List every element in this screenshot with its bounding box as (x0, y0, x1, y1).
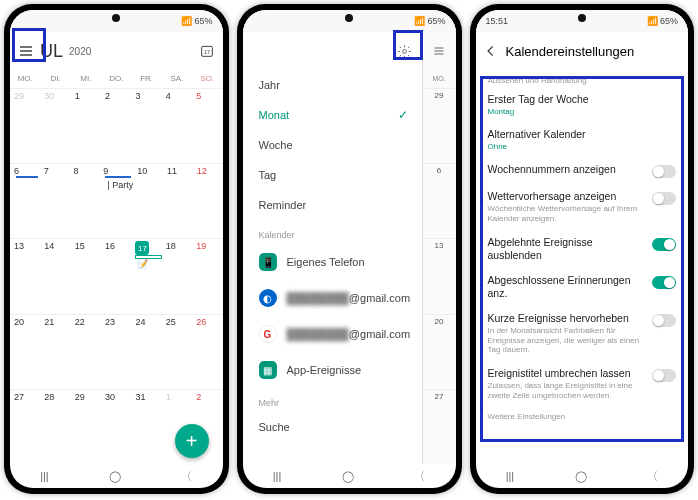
calendar-cell[interactable]: 29 (71, 390, 101, 464)
phone-2: 📶65% Jahr Monat✓ Woche Tag Reminder Kale… (237, 4, 462, 494)
side-drawer: Jahr Monat✓ Woche Tag Reminder Kalender … (243, 32, 423, 464)
today-icon[interactable]: 17 (199, 43, 215, 59)
account-gmail-1[interactable]: ◐ ████████@gmail.com (243, 280, 422, 316)
calendar-cell[interactable]: 6 (10, 164, 40, 238)
nav-home-icon[interactable]: ◯ (342, 470, 354, 483)
calendar-cell[interactable]: 14 (40, 239, 70, 313)
calendar-cell[interactable]: 20 (10, 315, 40, 389)
peek-cell[interactable]: 29 (423, 88, 456, 163)
calendar-cell[interactable]: 3 (131, 89, 161, 163)
status-battery: 65% (194, 16, 212, 26)
peek-hamburger-icon[interactable] (423, 32, 456, 70)
calendar-cell[interactable]: 17📝 (131, 239, 161, 313)
year-label[interactable]: 2020 (69, 46, 91, 57)
drawer-search[interactable]: Suche (243, 412, 422, 442)
phone-icon: 📱 (259, 253, 277, 271)
calendar-cell[interactable]: 1 (71, 89, 101, 163)
calendar-cell[interactable]: 12 (193, 164, 223, 238)
highlight-settings-list (480, 76, 685, 442)
calendar-screen: 📶65% UL 2020 17 MO.DI.MI.DO.FR.SA.SO. 29… (10, 10, 223, 488)
nav-home-icon[interactable]: ◯ (575, 470, 587, 483)
calendar-cell[interactable]: 30 (40, 89, 70, 163)
check-icon: ✓ (398, 108, 408, 122)
calendar-cell[interactable]: 13 (10, 239, 40, 313)
view-reminder[interactable]: Reminder (243, 190, 422, 220)
drawer-screen: 📶65% Jahr Monat✓ Woche Tag Reminder Kale… (243, 10, 456, 488)
day-header: MI. (71, 70, 101, 88)
drawer-section-more: Mehr (243, 388, 422, 412)
calendar-cell[interactable]: 25 (162, 315, 192, 389)
nav-back-icon[interactable]: 〈 (647, 469, 658, 484)
calendar-cell[interactable]: 29 (10, 89, 40, 163)
account-own-phone[interactable]: 📱 Eigenes Telefon (243, 244, 422, 280)
calendar-cell[interactable]: 31 (131, 390, 161, 464)
calendar-cell[interactable]: 4 (162, 89, 192, 163)
calendar-peek-strip: MO. 296132027 (423, 32, 456, 464)
peek-cell[interactable]: 27 (423, 389, 456, 464)
calendar-cell[interactable]: 2 (101, 89, 131, 163)
highlight-hamburger (12, 28, 46, 62)
back-icon[interactable] (484, 44, 498, 58)
app-events-icon: ▦ (259, 361, 277, 379)
view-week[interactable]: Woche (243, 130, 422, 160)
settings-screen: 15:51 📶65% Kalendereinstellungen Aussehe… (476, 10, 689, 488)
calendar-cell[interactable]: 27 (10, 390, 40, 464)
phone-3: 15:51 📶65% Kalendereinstellungen Aussehe… (470, 4, 695, 494)
camera-cutout (578, 14, 586, 22)
day-header: DI. (40, 70, 70, 88)
day-header: DO. (101, 70, 131, 88)
calendar-cell[interactable]: 8 (70, 164, 100, 238)
peek-cell[interactable]: 6 (423, 163, 456, 238)
calendar-grid: MO.DI.MI.DO.FR.SA.SO. 2930123456 789| Pa… (10, 70, 223, 464)
calendar-cell[interactable]: 24 (131, 315, 161, 389)
calendar-cell[interactable]: 9| Party (99, 164, 133, 238)
calendar-cell[interactable]: 10 (133, 164, 163, 238)
settings-header: Kalendereinstellungen (476, 32, 689, 70)
calendar-cell[interactable]: 23 (101, 315, 131, 389)
nav-recents-icon[interactable]: ||| (40, 470, 49, 482)
account-gmail-2[interactable]: G ████████@gmail.com (243, 316, 422, 352)
calendar-cell[interactable]: 21 (40, 315, 70, 389)
view-year[interactable]: Jahr (243, 70, 422, 100)
nav-home-icon[interactable]: ◯ (109, 470, 121, 483)
calendar-cell[interactable]: 30 (101, 390, 131, 464)
view-month[interactable]: Monat✓ (243, 100, 422, 130)
calendar-cell[interactable]: 15 (71, 239, 101, 313)
nav-back-icon[interactable]: 〈 (414, 469, 425, 484)
calendar-cell[interactable]: 11 (163, 164, 193, 238)
day-header: MO. (10, 70, 40, 88)
add-event-fab[interactable]: + (175, 424, 209, 458)
camera-cutout (345, 14, 353, 22)
peek-cell[interactable]: 20 (423, 314, 456, 389)
status-right: 📶65% (181, 16, 212, 26)
day-header: SO. (192, 70, 222, 88)
highlight-gear (393, 30, 423, 60)
android-navbar: ||| ◯ 〈 (10, 464, 223, 488)
calendar-cell[interactable]: 7 (40, 164, 70, 238)
calendar-cell[interactable]: 5 (192, 89, 222, 163)
calendar-cell[interactable]: 28 (40, 390, 70, 464)
calendar-cell[interactable]: 22 (71, 315, 101, 389)
nav-back-icon[interactable]: 〈 (181, 469, 192, 484)
calendar-cell[interactable]: 18 (162, 239, 192, 313)
camera-cutout (112, 14, 120, 22)
calendar-cell[interactable]: 19 (192, 239, 222, 313)
settings-title: Kalendereinstellungen (506, 44, 635, 59)
android-navbar: ||| ◯ 〈 (476, 464, 689, 488)
account-app-events[interactable]: ▦ App-Ereignisse (243, 352, 422, 388)
nav-recents-icon[interactable]: ||| (273, 470, 282, 482)
peek-cell[interactable]: 13 (423, 238, 456, 313)
samsung-account-icon: ◐ (259, 289, 277, 307)
calendar-cell[interactable]: 16 (101, 239, 131, 313)
view-day[interactable]: Tag (243, 160, 422, 190)
nav-recents-icon[interactable]: ||| (506, 470, 515, 482)
android-navbar: ||| ◯ 〈 (243, 464, 456, 488)
drawer-section-calendars: Kalender (243, 220, 422, 244)
phone-1: 📶65% UL 2020 17 MO.DI.MI.DO.FR.SA.SO. 29… (4, 4, 229, 494)
calendar-cell[interactable]: 26 (192, 315, 222, 389)
svg-text:17: 17 (204, 49, 210, 55)
status-time: 15:51 (486, 16, 509, 26)
google-icon: G (259, 325, 277, 343)
peek-day-header: MO. (423, 70, 456, 88)
day-header: FR. (131, 70, 161, 88)
